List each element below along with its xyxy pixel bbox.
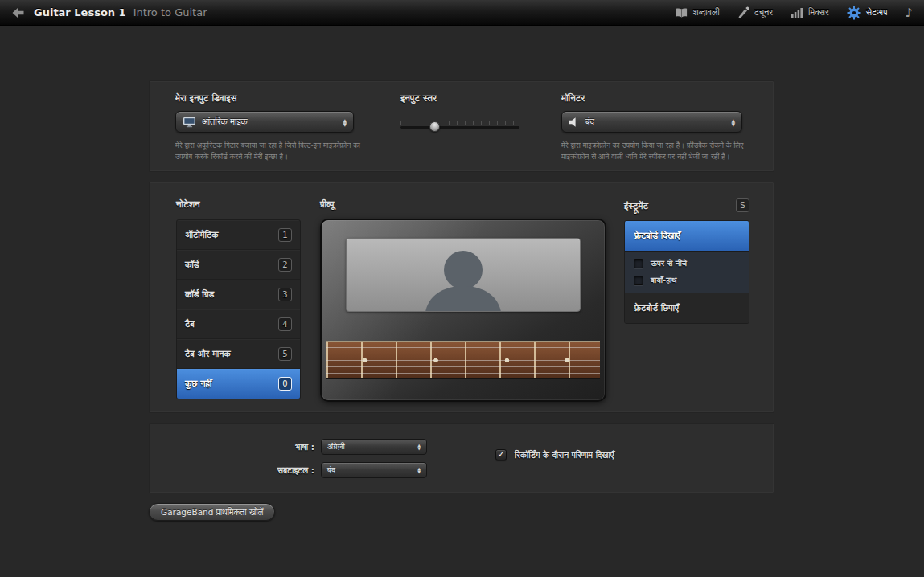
- instrument-shortcut-badge: S: [736, 198, 749, 212]
- hide-fretboard-label: फ़्रेटबोर्ड छिपाएँ: [634, 303, 679, 313]
- monitor-value: बंद: [585, 117, 594, 127]
- notation-option-automatic[interactable]: ऑटोमैटिक 1: [177, 220, 300, 250]
- input-device-group: मेरा इनपुट डिवाइस आंतरिक माइक ▲▼ मेरे द्…: [175, 92, 378, 163]
- language-value: अंग्रेज़ी: [327, 442, 345, 452]
- monitor-heading: मॉनिटर: [561, 92, 754, 104]
- preview-heading: प्रीव्यू: [320, 198, 606, 210]
- hide-fretboard-button[interactable]: फ़्रेटबोर्ड छिपाएँ: [625, 293, 749, 323]
- lesson-options-panel: नोटेशन ऑटोमैटिक 1 कॉर्ड 2 कॉर्ड ग्रिड 3 …: [149, 182, 774, 413]
- instrument-heading: इंस्ट्रूमेंट: [624, 200, 648, 211]
- guitar-strings: [326, 342, 600, 378]
- show-fretboard-label: फ़्रेटबोर्ड दिखाएँ: [634, 231, 680, 241]
- titlebar-actions: शब्दावली ट्यूनर मिक्सर: [675, 6, 913, 20]
- notation-option-label: कॉर्ड: [185, 260, 199, 270]
- notation-option-none[interactable]: कुछ नहीं 0: [177, 369, 300, 399]
- lesson-subtitle: Intro to Guitar: [133, 6, 207, 18]
- shortcut-key-badge: 5: [278, 347, 292, 361]
- book-icon: [675, 7, 688, 18]
- show-results-checkbox[interactable]: [495, 449, 507, 460]
- fretboard-suboptions: ऊपर से नीचे बायाँ-हाथ: [625, 251, 749, 293]
- input-device-value: आंतरिक माइक: [202, 117, 248, 127]
- monitor-description: मेरे द्वारा माइक्रोफ़ोन का उपयोग किया जा…: [561, 141, 754, 163]
- glossary-button[interactable]: शब्दावली: [675, 7, 720, 18]
- shortcut-key-badge: 1: [278, 228, 292, 242]
- lesson-title: Guitar Lesson 1: [34, 6, 126, 18]
- notation-option-label: टैब और मानक: [185, 349, 231, 359]
- input-device-dropdown[interactable]: आंतरिक माइक ▲▼: [175, 111, 354, 133]
- instrument-options: फ़्रेटबोर्ड दिखाएँ ऊपर से नीचे बायाँ-हाथ…: [624, 220, 749, 324]
- left-handed-label: बायाँ-हाथ: [651, 276, 676, 285]
- display-icon: [183, 117, 196, 128]
- mixer-button[interactable]: मिक्सर: [791, 7, 829, 18]
- subtitle-label: सबटाइटल :: [198, 465, 314, 476]
- top-down-checkbox[interactable]: [634, 259, 643, 268]
- notation-option-chords[interactable]: कॉर्ड 2: [177, 250, 300, 280]
- setup-button[interactable]: सेटअप: [847, 6, 888, 20]
- subtitle-value: बंद: [327, 465, 335, 475]
- stepper-arrows-icon: ▲▼: [411, 444, 421, 451]
- input-device-heading: मेरा इनपुट डिवाइस: [175, 92, 378, 104]
- shortcut-key-badge: 2: [278, 258, 292, 272]
- instrument-group: इंस्ट्रूमेंट S फ़्रेटबोर्ड दिखाएँ ऊपर से…: [624, 198, 749, 324]
- input-level-group: इनपुट स्तर: [400, 92, 529, 129]
- input-level-heading: इनपुट स्तर: [400, 92, 529, 104]
- monitor-dropdown[interactable]: बंद ▲▼: [561, 111, 742, 133]
- notation-option-label: टैब: [185, 319, 195, 329]
- slider-thumb[interactable]: [429, 121, 440, 132]
- media-browser-button[interactable]: ♪: [905, 6, 913, 20]
- show-results-option: रिकॉर्डिंग के दौरान परिणाम दिखाएँ: [495, 449, 614, 460]
- slider-track[interactable]: [400, 126, 519, 129]
- input-settings-panel: मेरा इनपुट डिवाइस आंतरिक माइक ▲▼ मेरे द्…: [149, 80, 774, 172]
- mixer-icon: [791, 7, 803, 18]
- preview-group: प्रीव्यू: [320, 198, 606, 402]
- language-settings-panel: भाषा : अंग्रेज़ी ▲▼ सबटाइटल : बंद ▲▼ रिक…: [149, 423, 774, 493]
- notation-option-label: कॉर्ड ग्रिड: [185, 289, 214, 300]
- left-handed-option[interactable]: बायाँ-हाथ: [634, 276, 740, 285]
- subtitle-row: सबटाइटल : बंद ▲▼: [198, 462, 427, 478]
- monitor-group: मॉनिटर बंद ▲▼ मेरे द्वारा माइक्रोफ़ोन का…: [561, 92, 754, 163]
- subtitle-dropdown[interactable]: बंद ▲▼: [321, 462, 427, 478]
- back-arrow-icon: [11, 7, 26, 18]
- language-row: भाषा : अंग्रेज़ी ▲▼: [198, 439, 427, 455]
- glossary-label: शब्दावली: [693, 7, 720, 18]
- fretboard-preview: [326, 341, 600, 379]
- top-down-label: ऊपर से नीचे: [651, 259, 687, 268]
- stepper-arrows-icon: ▲▼: [411, 467, 421, 474]
- open-preferences-button[interactable]: GarageBand प्राथमिकता खोलें: [149, 503, 275, 521]
- language-label: भाषा :: [198, 442, 314, 452]
- stepper-arrows-icon: ▲▼: [336, 118, 347, 126]
- slider-ticks: [400, 121, 519, 125]
- tuner-icon: [737, 6, 749, 18]
- shortcut-key-badge: 3: [278, 288, 292, 301]
- titlebar: Guitar Lesson 1 Intro to Guitar शब्दावली…: [0, 0, 924, 26]
- notation-option-label: कुछ नहीं: [185, 379, 211, 389]
- tuner-button[interactable]: ट्यूनर: [737, 6, 773, 18]
- back-button[interactable]: [11, 7, 26, 18]
- open-preferences-label: GarageBand प्राथमिकता खोलें: [161, 507, 263, 518]
- notation-option-tab-standard[interactable]: टैब और मानक 5: [177, 339, 300, 369]
- setup-label: सेटअप: [866, 7, 888, 18]
- mixer-label: मिक्सर: [808, 7, 829, 18]
- music-note-icon: ♪: [905, 6, 913, 20]
- left-handed-checkbox[interactable]: [634, 276, 643, 285]
- lesson-preview: [320, 219, 606, 402]
- stepper-arrows-icon: ▲▼: [725, 118, 735, 126]
- notation-option-label: ऑटोमैटिक: [185, 230, 218, 240]
- speaker-icon: [569, 117, 580, 128]
- notation-list: ऑटोमैटिक 1 कॉर्ड 2 कॉर्ड ग्रिड 3 टैब 4 ट…: [176, 219, 301, 399]
- top-down-option[interactable]: ऊपर से नीचे: [634, 259, 740, 268]
- input-device-description: मेरे द्वारा अकूस्टिक गिटार बजाया जा रहा …: [175, 141, 378, 163]
- tuner-label: ट्यूनर: [754, 7, 773, 18]
- language-dropdown[interactable]: अंग्रेज़ी ▲▼: [321, 439, 427, 455]
- notation-option-chord-grid[interactable]: कॉर्ड ग्रिड 3: [177, 280, 300, 309]
- gear-icon: [847, 6, 861, 20]
- notation-heading: नोटेशन: [176, 198, 301, 210]
- shortcut-key-badge: 4: [278, 317, 292, 331]
- input-level-slider[interactable]: [400, 121, 519, 129]
- teacher-video-placeholder: [346, 238, 581, 312]
- show-results-label: रिकॉर्डिंग के दौरान परिणाम दिखाएँ: [515, 450, 614, 460]
- notation-group: नोटेशन ऑटोमैटिक 1 कॉर्ड 2 कॉर्ड ग्रिड 3 …: [176, 198, 301, 399]
- shortcut-key-badge: 0: [278, 377, 292, 391]
- show-fretboard-button[interactable]: फ़्रेटबोर्ड दिखाएँ: [625, 221, 749, 251]
- notation-option-tab[interactable]: टैब 4: [177, 309, 300, 339]
